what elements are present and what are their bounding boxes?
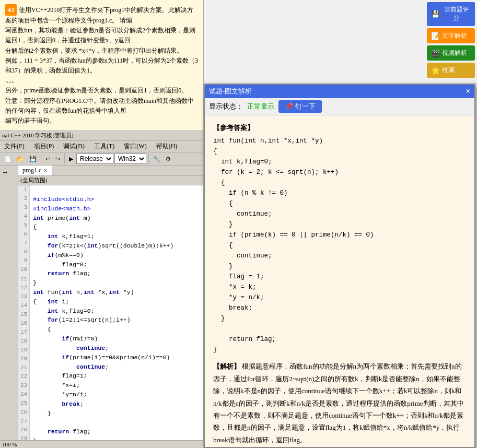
collect-icon: ⭐ <box>431 66 440 75</box>
scope-bar: (全局范围) <box>18 176 203 185</box>
menu-tools[interactable]: 工具(T) <box>92 142 117 151</box>
question-text3: 分解后的2个素数值，要求 *x<*y，主程序中将打印出分解结果。 <box>5 47 183 54</box>
sol-title: 1 个项目 <box>1 170 9 174</box>
toolbar: 📄 📂 💾 ↩ ↪ ▶ Release Win32 🔧 ⚙ <box>0 152 203 166</box>
toolbar-redo[interactable]: ↪ <box>53 155 62 163</box>
question-text5: ...... <box>5 77 15 84</box>
video-icon: 🎬 <box>431 49 440 57</box>
menu-project[interactable]: 项目(P) <box>32 142 56 151</box>
toolbar-b1[interactable]: 🔧 <box>151 155 162 163</box>
toolbar-sep3 <box>148 154 149 164</box>
question-text1: 使用VC++2010打开考生文件夹下prog1中的解决方案。此解决方案的项目中包… <box>5 6 193 24</box>
toolbar-save[interactable]: 💾 <box>27 155 39 163</box>
dialog-close-btn[interactable]: × <box>466 87 470 96</box>
text-label: 文字解析 <box>442 31 467 40</box>
toolbar-sep2 <box>64 154 65 164</box>
ide-area: ual C++ 2010 学习板(管理员) 文件(F) 项目(P) 调试(D) … <box>0 131 203 448</box>
dialog-title-bar: 试题-图文解析 × <box>205 85 474 98</box>
status-bar: 100 % <box>0 440 203 448</box>
question-text6: 另外，prime函数验证参数m是否为素数，是则返回1，否则返回0。 <box>5 87 188 94</box>
question-number: 43 <box>5 4 17 16</box>
left-panel: 43使用VC++2010打开考生文件夹下prog1中的解决方案。此解决方案的项目… <box>0 0 204 448</box>
score-icon: 💾 <box>431 10 440 18</box>
text-icon: 📝 <box>431 32 440 40</box>
line-numbers: 12345 678910 1112131415 1617181920 21222… <box>18 185 30 440</box>
code-text[interactable]: #include<stdio.h> #include<math.h> int p… <box>30 185 203 440</box>
right-sidebar: 💾 当前题评分 📝 文字解析 🎬 视频解析 ⭐ 收藏 <box>425 0 477 80</box>
code-tab[interactable]: prog1.c ✕ <box>18 166 52 175</box>
dialog-toolbar: 显示状态： 正常显示 📌 钉一下 <box>205 98 474 115</box>
toolbar-b2[interactable]: ⚙ <box>164 155 173 163</box>
code-content[interactable]: 12345 678910 1112131415 1617181920 21222… <box>18 185 203 440</box>
status-label: 显示状态： <box>209 102 243 111</box>
collect-label: 收藏 <box>442 66 455 75</box>
menu-window[interactable]: 窗口(W) <box>122 142 148 151</box>
toolbar-new[interactable]: 📄 <box>2 155 14 163</box>
toolbar-play[interactable]: ▶ <box>67 155 75 163</box>
menu-file[interactable]: 文件(F) <box>2 142 27 151</box>
status-value: 正常显示 <box>247 102 274 111</box>
text-analysis-btn[interactable]: 📝 文字解析 <box>427 28 475 43</box>
editor-container: 1 个项目 prog1.c ✕ (全局范围) <box>0 166 203 440</box>
video-label: 视频解析 <box>442 49 467 57</box>
explanation-title: 【解析】 <box>213 362 240 370</box>
current-score-btn[interactable]: 💾 当前题评分 <box>427 2 475 26</box>
toolbar-open[interactable]: 📂 <box>15 155 26 163</box>
toolbar-undo[interactable]: ↩ <box>43 155 52 163</box>
question-text8: 编写的若干语句。 <box>5 117 55 124</box>
solution-explorer: 1 个项目 <box>0 166 18 440</box>
answer-dialog: 试题-图文解析 × 显示状态： 正常显示 📌 钉一下 【参考答案】 int fu… <box>204 84 475 448</box>
video-analysis-btn[interactable]: 🎬 视频解析 <box>427 45 475 61</box>
question-text7: 注意：部分源程序在PROG1.C中。请勿改动主函数main和其他函数中的任何内容… <box>5 97 194 114</box>
explanation-text: 根据题意程序，函数fun的功能是分解n为两个素数相乘；首先需要找到n的因子，通过… <box>213 362 464 443</box>
code-area: prog1.c ✕ (全局范围) 12345 678910 1112131415… <box>18 166 203 440</box>
menu-bar: 文件(F) 项目(P) 调试(D) 工具(T) 窗口(W) 帮助(H) <box>0 141 203 152</box>
question-text2: 写函数fun，其功能是：验证参数n是否可以分解成2个素数相乘，是则返回1，否则返… <box>5 27 195 44</box>
answer-code: int fun(int n,int *x,int *y) { int k,fla… <box>213 136 466 355</box>
tab-bar: prog1.c ✕ <box>18 166 203 176</box>
pin-button[interactable]: 📌 钉一下 <box>278 100 322 113</box>
ref-answer-title: 【参考答案】 <box>213 122 466 134</box>
main-container: 43使用VC++2010打开考生文件夹下prog1中的解决方案。此解决方案的项目… <box>0 0 477 448</box>
dialog-title: 试题-图文解析 <box>209 87 252 96</box>
menu-help[interactable]: 帮助(H) <box>154 142 180 151</box>
platform-select[interactable]: Win32 <box>114 154 146 164</box>
zoom-level: 100 % <box>2 441 17 447</box>
tab-close-icon[interactable]: ✕ <box>43 168 48 173</box>
toolbar-sep1 <box>41 154 41 164</box>
menu-debug[interactable]: 调试(D) <box>61 142 87 151</box>
score-label: 当前题评分 <box>442 5 471 23</box>
build-config-select[interactable]: Release <box>76 154 113 164</box>
dialog-content: 【参考答案】 int fun(int n,int *x,int *y) { in… <box>205 115 474 447</box>
explanation: 【解析】 根据题意程序，函数fun的功能是分解n为两个素数相乘；首先需要找到n的… <box>213 360 466 446</box>
ide-title: ual C++ 2010 学习板(管理员) <box>0 131 203 141</box>
question-text4: 例如，111 = 3*37，当函数fun的参数n为111时，可以分解为2个素数（… <box>5 57 198 74</box>
question-area: 43使用VC++2010打开考生文件夹下prog1中的解决方案。此解决方案的项目… <box>0 0 203 131</box>
collect-btn[interactable]: ⭐ 收藏 <box>427 63 475 78</box>
